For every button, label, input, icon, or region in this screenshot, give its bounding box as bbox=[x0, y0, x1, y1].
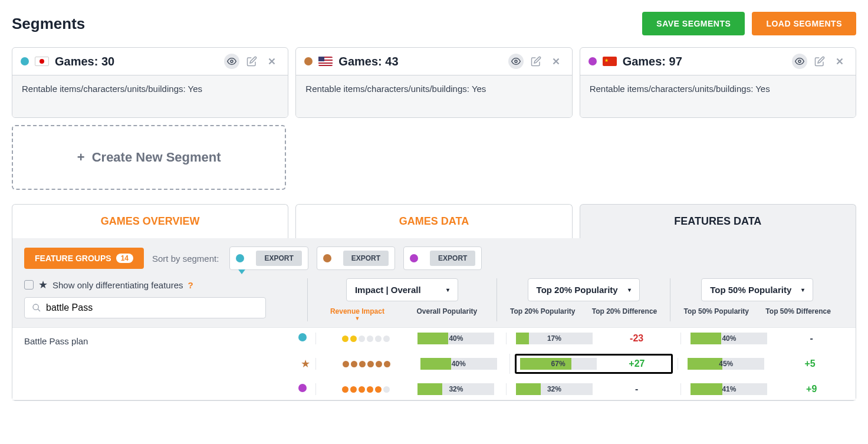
impact-dots bbox=[343, 361, 390, 367]
search-icon bbox=[32, 303, 41, 313]
export-button-purple[interactable]: EXPORT bbox=[430, 251, 475, 266]
impact-dot bbox=[350, 336, 357, 342]
create-segment-button[interactable]: + Create New Segment bbox=[12, 125, 286, 190]
diff-value: -23 bbox=[630, 333, 643, 344]
progress-bar: 41% bbox=[691, 383, 767, 395]
tab-games-overview[interactable]: GAMES OVERVIEW bbox=[12, 204, 288, 238]
close-icon[interactable] bbox=[832, 54, 847, 69]
progress-bar: 40% bbox=[417, 333, 494, 344]
impact-dots bbox=[342, 386, 390, 393]
search-box[interactable] bbox=[24, 297, 266, 318]
data-line: 32% 32% - 41% +9 bbox=[295, 379, 856, 400]
impact-dot bbox=[342, 336, 348, 342]
segment-card: Games: 30 Rentable items/characters/unit… bbox=[12, 47, 288, 118]
close-icon[interactable] bbox=[548, 54, 564, 69]
impact-dot bbox=[375, 386, 382, 393]
flag-icon bbox=[318, 57, 333, 66]
feature-groups-button[interactable]: FEATURE GROUPS 14 bbox=[24, 248, 144, 269]
export-button-brown[interactable]: EXPORT bbox=[343, 251, 389, 266]
segment-filter: Rentable items/characters/units/building… bbox=[580, 75, 856, 117]
flag-icon bbox=[35, 57, 49, 66]
data-line: ★ 40% 67% +27 45% +5 bbox=[295, 349, 856, 379]
impact-dot bbox=[376, 361, 382, 367]
load-segments-button[interactable]: LOAD SEGMENTS bbox=[752, 12, 856, 35]
highlight-box: 67% +27 bbox=[515, 354, 673, 374]
top50-dropdown[interactable]: Top 50% Popularity ▾ bbox=[701, 278, 813, 301]
visibility-icon[interactable] bbox=[792, 54, 807, 69]
show-diff-label: Show only differentiating features bbox=[52, 280, 183, 290]
impact-dot bbox=[383, 386, 390, 393]
diff-value: +27 bbox=[629, 359, 645, 369]
flag-icon bbox=[603, 57, 617, 66]
col-top20-popularity[interactable]: Top 20% Popularity bbox=[507, 307, 579, 315]
segment-filter: Rentable items/characters/units/building… bbox=[12, 75, 288, 117]
edit-icon[interactable] bbox=[528, 54, 544, 69]
export-group-brown[interactable]: EXPORT bbox=[317, 246, 395, 270]
progress-bar: 67% bbox=[520, 358, 597, 370]
segment-title: Games: 30 bbox=[55, 55, 224, 68]
diff-value: - bbox=[635, 384, 638, 394]
top20-dropdown[interactable]: Top 20% Popularity ▾ bbox=[528, 278, 640, 301]
create-segment-label: Create New Segment bbox=[92, 150, 221, 165]
tab-games-data[interactable]: GAMES DATA bbox=[295, 204, 572, 238]
progress-bar: 40% bbox=[691, 333, 767, 344]
svg-point-9 bbox=[33, 304, 38, 310]
segment-dot-brown bbox=[323, 254, 331, 262]
impact-dropdown-label: Impact | Overall bbox=[355, 285, 421, 295]
progress-bar: 32% bbox=[417, 383, 494, 395]
diff-value: +9 bbox=[806, 384, 817, 394]
export-group-purple[interactable]: EXPORT bbox=[403, 246, 482, 270]
svg-point-6 bbox=[798, 60, 801, 63]
impact-dot bbox=[350, 386, 357, 393]
segment-dot-purple bbox=[410, 254, 418, 262]
segment-color-dot bbox=[304, 57, 313, 65]
segment-dot-blue bbox=[236, 254, 244, 262]
export-button-blue[interactable]: EXPORT bbox=[256, 251, 301, 266]
col-overall-popularity[interactable]: Overall Popularity bbox=[407, 307, 487, 321]
top20-dropdown-label: Top 20% Popularity bbox=[537, 285, 618, 295]
impact-dot bbox=[359, 336, 365, 342]
impact-dot bbox=[384, 361, 390, 367]
show-diff-checkbox[interactable] bbox=[24, 280, 34, 290]
impact-dot bbox=[359, 386, 365, 393]
top50-dropdown-label: Top 50% Popularity bbox=[710, 285, 791, 295]
segment-marker bbox=[298, 333, 307, 341]
visibility-icon[interactable] bbox=[508, 54, 524, 69]
segment-card: Games: 43 Rentable items/characters/unit… bbox=[295, 47, 572, 118]
save-segments-button[interactable]: SAVE SEGMENTS bbox=[642, 12, 745, 35]
segment-marker bbox=[298, 384, 307, 392]
tab-features-data[interactable]: FEATURES DATA bbox=[580, 204, 856, 238]
diff-value: - bbox=[810, 333, 813, 344]
col-top20-difference[interactable]: Top 20% Difference bbox=[588, 307, 661, 315]
col-top50-popularity[interactable]: Top 50% Popularity bbox=[680, 307, 752, 315]
visibility-icon[interactable] bbox=[224, 54, 239, 69]
star-icon: ★ bbox=[301, 358, 310, 370]
segment-color-dot bbox=[588, 57, 597, 65]
edit-icon[interactable] bbox=[244, 54, 259, 69]
col-revenue-impact[interactable]: Revenue Impact bbox=[317, 307, 397, 321]
progress-bar: 45% bbox=[688, 358, 764, 370]
impact-dot bbox=[367, 386, 373, 393]
help-icon[interactable]: ? bbox=[188, 280, 193, 290]
svg-point-0 bbox=[231, 60, 233, 63]
progress-bar: 17% bbox=[516, 333, 593, 344]
impact-dot bbox=[383, 336, 390, 342]
feature-groups-label: FEATURE GROUPS bbox=[35, 254, 111, 263]
close-icon[interactable] bbox=[264, 54, 280, 69]
segment-color-dot bbox=[21, 57, 29, 65]
page-title: Segments bbox=[12, 15, 85, 33]
impact-dropdown[interactable]: Impact | Overall ▾ bbox=[346, 278, 458, 301]
edit-icon[interactable] bbox=[812, 54, 827, 69]
export-group-blue[interactable]: EXPORT bbox=[229, 246, 308, 270]
impact-dot bbox=[351, 361, 357, 367]
caret-down-icon: ▾ bbox=[446, 287, 449, 293]
impact-dot bbox=[342, 386, 348, 393]
col-top50-difference[interactable]: Top 50% Difference bbox=[762, 307, 834, 315]
feature-name: Battle Pass plan bbox=[12, 328, 295, 400]
progress-bar: 40% bbox=[420, 358, 497, 370]
search-input[interactable] bbox=[46, 302, 258, 313]
segment-filter: Rentable items/characters/units/building… bbox=[296, 75, 571, 117]
svg-point-3 bbox=[515, 60, 517, 63]
segment-title: Games: 97 bbox=[623, 55, 792, 68]
star-icon: ★ bbox=[38, 278, 48, 291]
